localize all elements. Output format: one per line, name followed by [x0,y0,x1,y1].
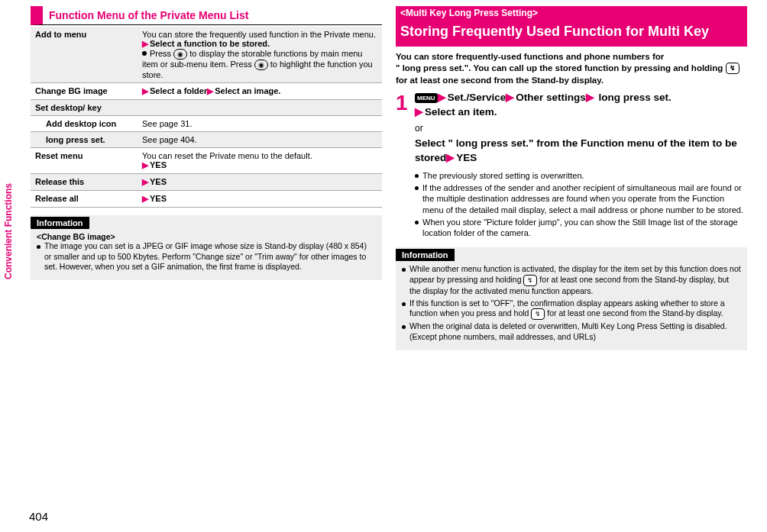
feature-title: Storing Frequently Used Function for Mul… [396,20,747,47]
bullet-item: When you store "Picture folder jump", yo… [415,217,743,239]
text-bold: Select an image. [215,86,280,95]
row-label: Add to menu [31,27,138,83]
table-row: Change BG image ▶Select a folder▶Select … [31,83,382,100]
multi-key-icon: ↯ [523,275,537,286]
table-row: Release all ▶YES [31,191,382,208]
or-text: or [415,123,743,134]
nav-pad-icon: ◉ [173,49,187,60]
left-column: Function Menu of the Private Menu List A… [31,6,382,350]
info-bullet: While another menu function is activated… [402,264,741,296]
text: YES [456,152,477,163]
bullet-item: The previously stored setting is overwri… [415,170,743,181]
step-number: 1 [396,91,413,115]
step-bullets: The previously stored setting is overwri… [415,170,743,239]
section-header: Function Menu of the Private Menu List [31,6,382,25]
text-bold: Select a function to be stored. [150,39,270,48]
function-table: Add to menu You can store the frequently… [31,27,382,208]
info-subheading: <Change BG image> [37,232,376,241]
text: You can reset the Private menu to the de… [142,151,312,160]
text: You can store frequently-used functions … [396,52,664,61]
row-desc: See page 404. [138,132,382,148]
row-label: Release this [31,174,138,191]
table-row: Set desktop/ key [31,100,382,116]
row-desc: ▶YES [138,191,382,208]
arrow-icon: ▶ [142,86,150,95]
step-block: 1 MENU▶Set./Service▶Other settings▶ long… [396,91,747,240]
information-box: Information <Change BG image> The image … [31,215,382,280]
row-desc: You can reset the Private menu to the de… [138,148,382,174]
row-desc: ▶YES [138,174,382,191]
arrow-icon: ▶ [438,92,448,103]
row-label: Release all [31,191,138,208]
table-row: Reset menu You can reset the Private men… [31,148,382,174]
arrow-icon: ▶ [207,86,215,95]
information-tag: Information [31,217,89,229]
info-bullet: If this function is set to "OFF", the co… [402,298,741,321]
arrow-icon: ▶ [142,39,150,48]
multi-key-icon: ↯ [531,308,545,320]
text-bold: Select a folder [150,86,207,95]
arrow-icon: ▶ [415,106,425,118]
text: Other settings [516,92,586,103]
text: You can store the frequently used functi… [142,30,376,39]
table-row: Add to menu You can store the frequently… [31,27,382,83]
text: Set desktop/ key [35,103,102,112]
multi-key-icon: ↯ [726,63,739,74]
arrow-icon: ▶ [586,92,596,103]
info-bullet: The image you can set is a JPEG or GIF i… [37,241,376,272]
bullet-item: If the addresses of the sender and anoth… [415,182,743,215]
step-body: MENU▶Set./Service▶Other settings▶ long p… [415,91,743,240]
bullet-icon [142,51,147,56]
feature-tag: <Multi Key Long Press Setting> [396,6,747,20]
text: long press set. [596,92,672,103]
table-row: Add desktop icon See page 31. [31,116,382,132]
text: Press [150,49,173,58]
row-label: Change BG image [31,83,138,100]
row-label: Add desktop icon [31,116,138,132]
page-number: 404 [29,510,48,523]
nav-pad-icon: ◉ [254,60,268,70]
step-line: MENU▶Set./Service▶Other settings▶ long p… [415,91,743,120]
intro-text: You can store frequently-used functions … [396,51,747,87]
arrow-icon: ▶ [142,177,150,186]
row-label: long press set. [31,132,138,148]
text-bold: YES [150,160,167,169]
table-row: Release this ▶YES [31,174,382,191]
row-label: Reset menu [31,148,138,174]
information-box: Information While another menu function … [396,247,747,350]
step-line: Select " long press set." from the Funct… [415,137,743,166]
text: Select an item. [425,106,497,118]
menu-key-icon: MENU [415,93,438,103]
row-label: Set desktop/ key [31,100,382,116]
row-desc: See page 31. [138,116,382,132]
text: Set./Service [448,92,506,103]
arrow-icon: ▶ [446,152,456,163]
arrow-icon: ▶ [142,194,150,203]
text: for at least one second from the Stand-b… [545,309,723,318]
row-desc: ▶Select a folder▶Select an image. [138,83,382,100]
side-tab: Convenient Functions [3,183,14,279]
arrow-icon: ▶ [142,160,150,169]
info-bullet: When the original data is deleted or ove… [402,321,741,342]
arrow-icon: ▶ [506,92,516,103]
table-row: long press set. See page 404. [31,132,382,148]
information-tag: Information [396,249,455,261]
row-desc: You can store the frequently used functi… [138,27,382,83]
right-column: <Multi Key Long Press Setting> Storing F… [396,6,747,350]
text-bold: YES [150,194,167,203]
text: " long press set.". You can call up the … [396,63,726,73]
page-body: Function Menu of the Private Menu List A… [0,0,767,350]
text-bold: YES [150,177,167,186]
text: long press set. [46,135,105,144]
text: for at least one second from the Stand-b… [396,76,604,85]
